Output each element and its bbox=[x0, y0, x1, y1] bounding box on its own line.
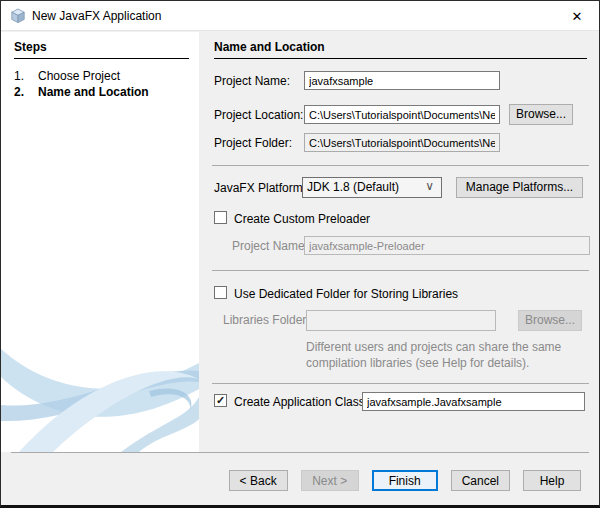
libraries-folder-label: Libraries Folder: bbox=[223, 313, 310, 327]
check-icon: ✓ bbox=[216, 394, 225, 406]
titlebar: New JavaFX Application ✕ bbox=[1, 1, 599, 31]
javafx-platform-value: JDK 1.8 (Default) bbox=[307, 180, 399, 194]
next-button: Next > bbox=[301, 470, 359, 491]
application-class-input[interactable] bbox=[362, 392, 585, 411]
javafx-platform-dropdown[interactable]: JDK 1.8 (Default) ∨ bbox=[302, 177, 442, 198]
cancel-button[interactable]: Cancel bbox=[451, 470, 510, 491]
form-heading-underline bbox=[214, 58, 587, 59]
create-custom-preloader-checkbox[interactable] bbox=[214, 211, 227, 224]
step-label: Name and Location bbox=[38, 85, 149, 99]
window-title: New JavaFX Application bbox=[32, 9, 161, 23]
project-folder-field bbox=[304, 133, 500, 152]
step-number: 1. bbox=[14, 69, 38, 83]
decorative-swoosh-graphic bbox=[1, 327, 199, 452]
separator bbox=[212, 165, 589, 166]
steps-underline bbox=[14, 58, 189, 59]
step-choose-project: 1.Choose Project bbox=[14, 69, 194, 83]
form-heading: Name and Location bbox=[214, 40, 325, 54]
create-application-class-checkbox[interactable]: ✓ bbox=[214, 394, 227, 407]
project-name-input[interactable] bbox=[304, 71, 500, 90]
browse-libraries-button: Browse... bbox=[518, 310, 582, 331]
step-label: Choose Project bbox=[38, 69, 120, 83]
browse-location-button[interactable]: Browse... bbox=[509, 104, 573, 125]
help-button[interactable]: Help bbox=[523, 470, 581, 491]
project-folder-label: Project Folder: bbox=[214, 136, 292, 150]
back-button[interactable]: < Back bbox=[229, 470, 288, 491]
chevron-down-icon: ∨ bbox=[425, 179, 434, 193]
steps-heading: Steps bbox=[14, 40, 47, 54]
libraries-hint-line2: compilation libraries (see Help for deta… bbox=[306, 356, 529, 370]
use-dedicated-folder-label[interactable]: Use Dedicated Folder for Storing Librari… bbox=[234, 287, 458, 301]
create-application-class-label[interactable]: Create Application Class bbox=[234, 395, 365, 409]
create-custom-preloader-label[interactable]: Create Custom Preloader bbox=[234, 212, 370, 226]
preloader-project-name-label: Project Name: bbox=[232, 239, 308, 253]
manage-platforms-button[interactable]: Manage Platforms... bbox=[456, 177, 583, 198]
javafx-platform-label: JavaFX Platform: bbox=[214, 181, 306, 195]
step-name-and-location: 2.Name and Location bbox=[14, 85, 194, 99]
project-location-input[interactable] bbox=[304, 105, 500, 124]
separator bbox=[212, 383, 589, 384]
new-project-cube-icon bbox=[10, 8, 26, 24]
project-location-label: Project Location: bbox=[214, 108, 303, 122]
steps-panel: Steps 1.Choose Project 2.Name and Locati… bbox=[1, 32, 199, 452]
use-dedicated-folder-checkbox[interactable] bbox=[214, 286, 227, 299]
name-and-location-panel: Name and Location Project Name: Project … bbox=[199, 32, 599, 452]
libraries-folder-field bbox=[306, 310, 496, 331]
finish-button[interactable]: Finish bbox=[372, 470, 438, 491]
project-name-label: Project Name: bbox=[214, 74, 290, 88]
libraries-hint-line1: Different users and projects can share t… bbox=[306, 340, 561, 354]
button-bar: < Back Next > Finish Cancel Help bbox=[1, 453, 599, 506]
new-javafx-application-dialog: New JavaFX Application ✕ Steps 1.Choose … bbox=[0, 0, 600, 508]
separator bbox=[212, 270, 589, 271]
close-icon[interactable]: ✕ bbox=[567, 7, 587, 27]
step-number: 2. bbox=[14, 85, 38, 99]
preloader-project-name-field bbox=[304, 236, 590, 255]
